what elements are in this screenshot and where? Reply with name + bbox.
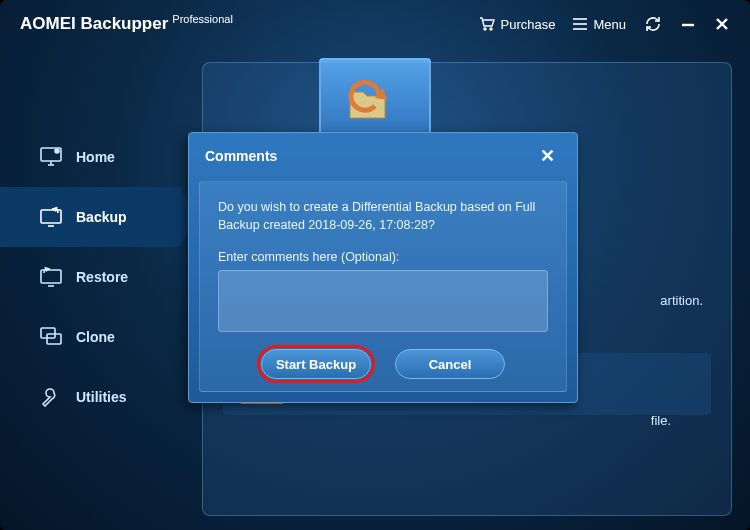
sidebar-item-utilities[interactable]: Utilities [0,367,180,427]
svg-point-11 [55,149,59,153]
svg-point-1 [490,28,492,30]
sidebar-item-label: Backup [76,209,127,225]
sidebar: Home Backup Restore Clone Utilities [0,62,180,516]
cart-icon [479,17,495,31]
comment-input[interactable] [218,270,548,332]
refresh-icon[interactable] [644,15,662,33]
minimize-icon[interactable] [680,16,696,32]
sidebar-item-label: Restore [76,269,128,285]
sidebar-item-home[interactable]: Home [0,127,180,187]
menu-icon [573,18,587,30]
svg-point-0 [484,28,486,30]
sidebar-item-restore[interactable]: Restore [0,247,180,307]
titlebar: AOMEI Backupper Professional Purchase Me… [0,0,750,48]
start-backup-button[interactable]: Start Backup [261,349,371,379]
background-text-partition: artition. [660,293,703,308]
sidebar-item-label: Clone [76,329,115,345]
sidebar-item-label: Home [76,149,115,165]
cancel-button[interactable]: Cancel [395,349,505,379]
titlebar-controls: Purchase Menu [479,15,730,33]
dialog-close-icon[interactable]: ✕ [534,143,561,169]
backup-icon [40,206,62,228]
clone-icon [40,326,62,348]
app-window: AOMEI Backupper Professional Purchase Me… [0,0,750,530]
comments-dialog: Comments ✕ Do you wish to create a Diffe… [188,132,578,403]
start-backup-label: Start Backup [276,357,356,372]
cancel-label: Cancel [429,357,472,372]
menu-button[interactable]: Menu [573,17,626,32]
svg-rect-16 [41,328,55,338]
menu-label: Menu [593,17,626,32]
close-icon[interactable] [714,16,730,32]
dialog-title: Comments [205,148,277,164]
sidebar-item-backup[interactable]: Backup [0,187,180,247]
restore-icon [40,266,62,288]
sidebar-item-clone[interactable]: Clone [0,307,180,367]
monitor-icon [40,146,62,168]
background-text-file: file. [651,413,671,428]
app-title: AOMEI Backupper [20,14,168,34]
svg-rect-17 [47,334,61,344]
purchase-button[interactable]: Purchase [479,17,556,32]
wrench-icon [40,386,62,408]
app-edition: Professional [172,13,233,25]
sidebar-item-label: Utilities [76,389,127,405]
comment-field-label: Enter comments here (Optional): [218,250,548,264]
dialog-question: Do you wish to create a Differential Bac… [218,198,548,234]
purchase-label: Purchase [501,17,556,32]
